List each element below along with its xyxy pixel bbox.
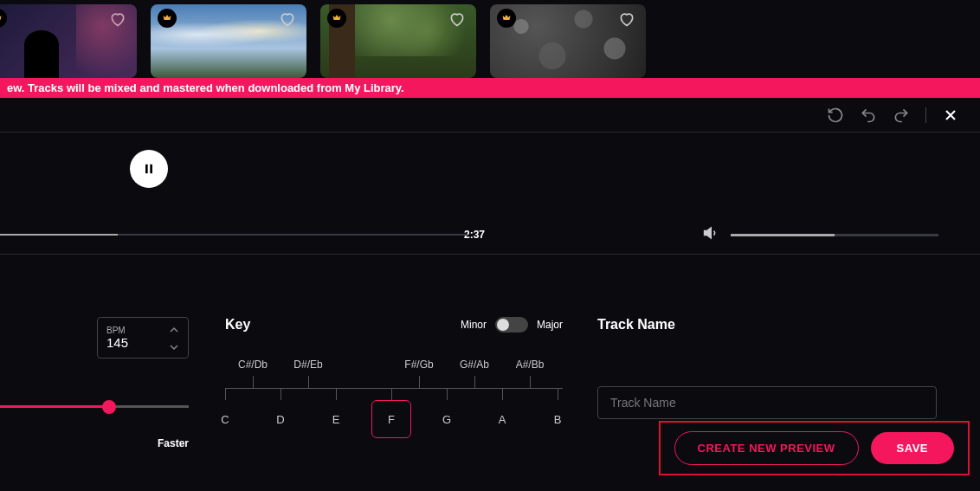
action-buttons: CREATE NEW PREVIEW SAVE bbox=[659, 421, 970, 475]
bpm-section: BPM 145 Faster bbox=[0, 317, 190, 449]
redo-icon[interactable] bbox=[893, 107, 910, 124]
key-natural-C[interactable]: C bbox=[221, 413, 229, 426]
key-natural-A[interactable]: A bbox=[499, 413, 506, 426]
preset-card[interactable] bbox=[151, 4, 306, 78]
preset-card[interactable] bbox=[0, 4, 137, 78]
bpm-down-icon[interactable] bbox=[169, 339, 179, 354]
player-bar: 2:37 bbox=[0, 132, 980, 255]
key-sharp[interactable]: D#/Eb bbox=[293, 359, 322, 371]
crown-icon bbox=[158, 9, 177, 28]
create-preview-button[interactable]: CREATE NEW PREVIEW bbox=[674, 431, 859, 465]
svg-rect-0 bbox=[145, 165, 148, 174]
key-sharp[interactable]: C#/Db bbox=[238, 359, 268, 371]
mode-major-label: Major bbox=[537, 319, 563, 331]
bpm-value: 145 bbox=[106, 335, 128, 350]
bpm-box: BPM 145 bbox=[97, 317, 189, 359]
volume-fill bbox=[731, 234, 835, 236]
key-title: Key bbox=[225, 317, 250, 333]
toolbar-divider bbox=[925, 107, 926, 123]
track-name-title: Track Name bbox=[597, 317, 937, 333]
history-icon[interactable] bbox=[827, 107, 844, 124]
progress-track[interactable] bbox=[0, 234, 467, 236]
key-natural-E[interactable]: E bbox=[332, 413, 340, 426]
key-mode-toggle[interactable] bbox=[495, 317, 528, 333]
bpm-slider-thumb[interactable] bbox=[102, 400, 116, 414]
preset-card[interactable] bbox=[490, 4, 646, 78]
volume-track[interactable] bbox=[731, 234, 938, 236]
heart-icon[interactable] bbox=[277, 9, 298, 29]
svg-rect-1 bbox=[150, 165, 152, 174]
toggle-thumb bbox=[497, 319, 509, 331]
preset-card[interactable] bbox=[320, 4, 476, 78]
key-section: Key Minor Major C#/DbD#/EbF#/GbG#/AbA#/B… bbox=[225, 317, 563, 449]
bpm-label: BPM bbox=[106, 326, 128, 335]
key-selected-indicator bbox=[371, 400, 411, 438]
bpm-faster-label: Faster bbox=[0, 437, 190, 449]
key-sharp[interactable]: F#/Gb bbox=[404, 359, 433, 371]
key-natural-G[interactable]: G bbox=[442, 413, 451, 426]
bpm-slider-fill bbox=[0, 405, 109, 408]
crown-icon bbox=[327, 9, 346, 28]
heart-icon[interactable] bbox=[616, 9, 637, 29]
bpm-up-icon[interactable] bbox=[169, 321, 179, 337]
key-sharp[interactable]: A#/Bb bbox=[516, 359, 545, 371]
mode-minor-label: Minor bbox=[461, 319, 487, 331]
crown-icon bbox=[0, 9, 7, 28]
undo-icon[interactable] bbox=[860, 107, 877, 124]
crown-icon bbox=[497, 9, 516, 28]
pause-button[interactable] bbox=[130, 150, 168, 188]
editor-toolbar bbox=[0, 98, 980, 132]
preset-cards-row bbox=[0, 4, 980, 78]
key-natural-B[interactable]: B bbox=[554, 413, 562, 426]
bpm-slider[interactable] bbox=[0, 405, 189, 408]
key-scale[interactable]: C#/DbD#/EbF#/GbG#/AbA#/Bb CDEFGAB bbox=[225, 359, 563, 430]
progress-fill bbox=[0, 234, 118, 236]
key-sharp[interactable]: G#/Ab bbox=[460, 359, 489, 371]
volume-icon[interactable] bbox=[703, 224, 720, 245]
info-banner: ew. Tracks will be mixed and mastered wh… bbox=[0, 78, 980, 98]
save-button[interactable]: SAVE bbox=[871, 432, 954, 464]
heart-icon[interactable] bbox=[447, 9, 467, 29]
key-natural-D[interactable]: D bbox=[276, 413, 284, 426]
heart-icon[interactable] bbox=[107, 9, 128, 29]
track-name-input[interactable] bbox=[597, 386, 937, 419]
close-icon[interactable] bbox=[942, 107, 959, 124]
